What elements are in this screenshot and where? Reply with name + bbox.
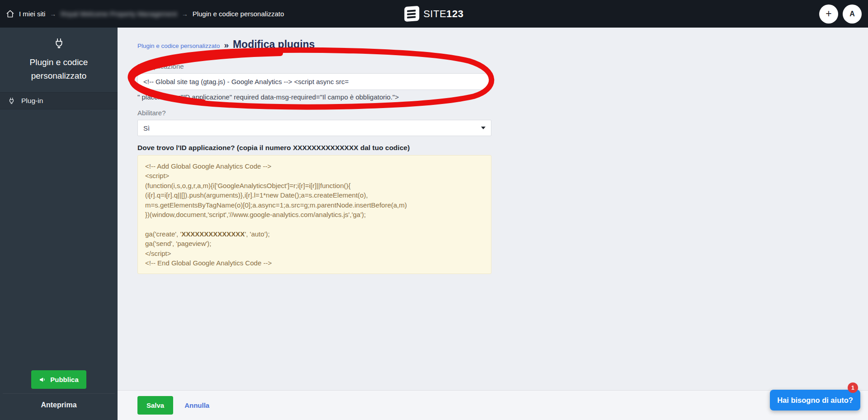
code-line: <!-- End Global Google Analytics Code --…: [145, 258, 484, 268]
breadcrumb-site-name-blurred[interactable]: Royal Welcome Property Management: [61, 10, 177, 18]
plus-icon: +: [826, 9, 831, 19]
enable-label: Abilitare?: [137, 109, 491, 117]
double-chevron-icon: »: [224, 40, 229, 50]
sidebar: Plugin e codice personalizzato Plug-in P…: [0, 28, 118, 420]
sidebar-title: Plugin e codice personalizzato: [15, 56, 103, 83]
plugin-form: ID applicazione " placeholder="ID applic…: [137, 62, 491, 274]
plug-icon: [8, 97, 15, 105]
sidebar-item-label: Plug-in: [21, 97, 43, 105]
code-line: [145, 219, 484, 229]
avatar-initial: A: [849, 10, 855, 18]
code-line: (function(i,s,o,g,r,a,m){i['GoogleAnalyt…: [145, 181, 484, 190]
app-id-label: ID applicazione: [137, 62, 491, 70]
enable-select[interactable]: Sì: [137, 120, 491, 136]
site123-logo-text: SITE123: [423, 8, 463, 20]
breadcrumb-plugin-link[interactable]: Plugin e codice personalizzato: [137, 42, 220, 49]
preview-link[interactable]: Anteprima: [0, 401, 118, 409]
topbar-actions: + A: [819, 0, 862, 28]
topbar-breadcrumb: I miei siti → Royal Welcome Property Man…: [0, 9, 284, 18]
plug-icon: [53, 38, 65, 50]
breadcrumb-arrow-icon: →: [50, 10, 56, 18]
footer-bar: Salva Annulla: [118, 390, 868, 420]
home-icon[interactable]: [6, 9, 14, 18]
breadcrumb-current-page: Plugin e codice personalizzato: [193, 10, 284, 18]
publish-button[interactable]: Pubblica: [31, 370, 86, 389]
code-line: })(window,document,'script','//www.googl…: [145, 210, 484, 219]
analytics-code-block: <!-- Add Global Google Analytics Code --…: [137, 155, 491, 274]
help-chat-button[interactable]: Hai bisogno di aiuto? 1: [770, 390, 860, 411]
cancel-link[interactable]: Annulla: [184, 401, 209, 409]
app-id-input[interactable]: [137, 73, 491, 90]
sidebar-divider: [3, 393, 115, 394]
sidebar-item-plugin[interactable]: Plug-in: [0, 92, 118, 109]
enable-select-value: Sì: [143, 124, 150, 132]
code-line: <script>: [145, 171, 484, 180]
account-avatar[interactable]: A: [843, 5, 862, 24]
code-line: </script>: [145, 249, 484, 258]
publish-button-label: Pubblica: [50, 376, 79, 383]
code-line: (i[r].q=i[r].q||[]).push(arguments)},i[r…: [145, 190, 484, 200]
chevron-down-icon: [481, 127, 486, 129]
code-line: m=s.getElementsByTagName(o)[0];a.async=1…: [145, 200, 484, 210]
overflow-code-text: " placeholder="ID applicazione" required…: [137, 93, 491, 101]
site123-logo[interactable]: SITE123: [404, 0, 463, 28]
breadcrumb: Plugin e codice personalizzato » Modific…: [137, 38, 868, 51]
site123-logo-icon: [404, 6, 419, 22]
main-content: Plugin e codice personalizzato » Modific…: [118, 28, 868, 420]
sidebar-header: Plugin e codice personalizzato: [0, 28, 118, 83]
save-button[interactable]: Salva: [137, 396, 173, 415]
chat-notification-badge: 1: [848, 382, 858, 393]
megaphone-icon: [39, 376, 47, 383]
topbar: I miei siti → Royal Welcome Property Man…: [0, 0, 868, 28]
code-line: ga('create', 'XXXXXXXXXXXXXX', 'auto');: [145, 229, 484, 239]
sidebar-bottom: Pubblica Anteprima: [0, 370, 118, 420]
code-line: ga('send', 'pageview');: [145, 239, 484, 248]
breadcrumb-my-sites[interactable]: I miei siti: [19, 10, 45, 18]
code-line: <!-- Add Global Google Analytics Code --…: [145, 161, 484, 171]
page-title: Modifica plugins: [233, 38, 315, 51]
breadcrumb-arrow-icon: →: [182, 10, 188, 18]
help-chat-label: Hai bisogno di aiuto?: [777, 396, 853, 405]
add-site-button[interactable]: +: [819, 5, 838, 24]
help-heading: Dove trovo l'ID applicazione? (copia il …: [137, 144, 491, 152]
